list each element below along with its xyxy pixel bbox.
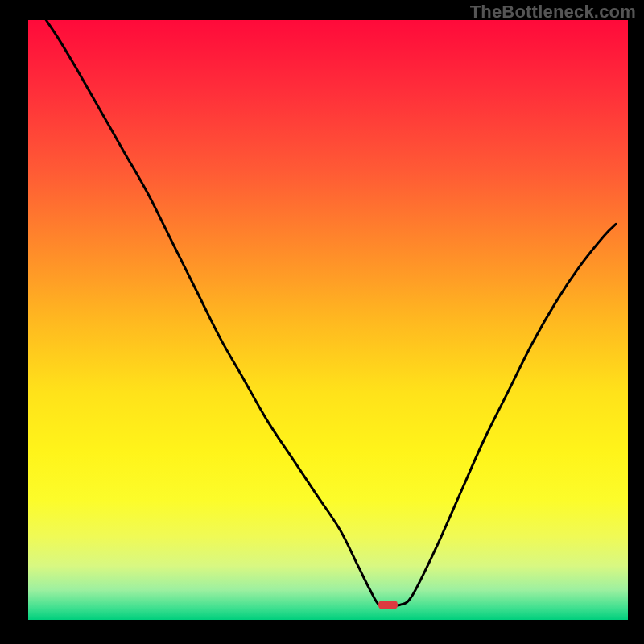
bottleneck-plot-svg: [0, 0, 644, 644]
watermark-text: TheBottleneck.com: [470, 2, 636, 23]
bottleneck-chart: TheBottleneck.com: [0, 0, 644, 644]
plot-background: [28, 20, 628, 620]
minimum-marker: [378, 601, 398, 609]
